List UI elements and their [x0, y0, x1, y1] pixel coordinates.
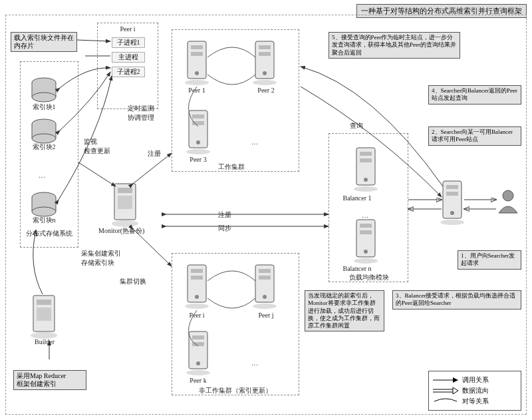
step1-note: 1、用户向Searcher发起请求 — [458, 250, 521, 270]
builder-label: Builder — [28, 338, 61, 345]
work-cluster-label: 工作集群 — [211, 162, 251, 172]
subprocess-1: 子进程1 — [112, 37, 145, 48]
balancer-dots: … — [362, 212, 368, 219]
main-process: 主进程 — [112, 52, 145, 63]
svg-marker-4 — [453, 387, 458, 394]
peer-k-label: Peer k — [184, 377, 213, 384]
index-block-1: 索引块1 — [29, 103, 59, 112]
balancer-1-label: Balancer 1 — [334, 194, 380, 202]
cluster-switch-label: 集群切换 — [120, 277, 146, 286]
step2-note: 2、Searcher向某一可用Balancer请求可用Peer站点 — [428, 126, 521, 146]
legend-peer-label: 对等关系 — [462, 397, 489, 406]
inactive-cluster-box — [172, 253, 299, 395]
register2-label: 注册 — [218, 210, 231, 220]
legend-call-label: 调用关系 — [462, 375, 489, 385]
step5-note: 5、接受查询的Peer作为临时主站点，进一步分发查询请求，获得本地及其他Peer… — [329, 32, 460, 59]
peer-j-label: Peer j — [251, 312, 281, 319]
legend-call: 调用关系 — [433, 375, 517, 385]
peer-i-box — [97, 23, 158, 109]
peer-dots: … — [251, 138, 258, 146]
inactive-dots: … — [251, 359, 258, 367]
mapreducer-note: 采用Map Reducer 框架创建索引 — [13, 370, 86, 390]
register-label: 注册 — [148, 149, 161, 158]
legend-box: 调用关系 数据流向 对等关系 — [428, 371, 521, 411]
peer-1-label: Peer 1 — [182, 87, 211, 94]
peer-2-label: Peer 2 — [251, 87, 281, 94]
legend-data-label: 数据流向 — [462, 386, 489, 395]
balancer-n-label: Balancer n — [334, 265, 380, 272]
builder-note: 采集创建索引 存储索引块 — [81, 249, 141, 268]
index-block-n: 索引块n — [29, 216, 59, 225]
peer-3-label: Peer 3 — [184, 156, 213, 163]
inactive-cluster-label: 非工作集群（索引更新） — [178, 386, 293, 395]
step3-note: 3、Balancer接受请求，根据负载均衡选择合适的Peer返回给Searche… — [392, 290, 521, 310]
sync-label: 同步 — [218, 224, 231, 233]
note-load-index: 载入索引块文件并在内存片 — [11, 32, 77, 52]
switch-detail-note: 当发现稳定的新索引后，Monitor将要求非工作集群进行加载，成功后进行切换，使… — [305, 290, 384, 331]
work-cluster-box — [172, 29, 299, 172]
peer-i-label: Peer i — [113, 25, 142, 33]
dist-storage-label: 分布式存储系统 — [24, 229, 74, 238]
legend-peer: 对等关系 — [433, 397, 517, 406]
monitor-check-note: 监视 检查更新 — [84, 137, 118, 156]
peer-i2-label: Peer i — [182, 312, 211, 319]
index-dots: … — [39, 172, 45, 179]
lb-module-label: 负载均衡模块 — [339, 273, 399, 282]
step4-note: 4、Searcher向Balancer返回的Peer站点发起查询 — [428, 85, 521, 105]
legend-data: 数据流向 — [433, 386, 517, 395]
timer-note: 定时监测 协调管理 — [128, 104, 168, 122]
query-label: 查询 — [350, 121, 363, 130]
monitor-label: Monitor(热备份) — [98, 226, 144, 236]
subprocess-2: 子进程2 — [112, 67, 145, 77]
svg-marker-1 — [453, 377, 458, 383]
index-block-2: 索引块2 — [29, 142, 59, 152]
lb-module-box — [329, 133, 408, 282]
